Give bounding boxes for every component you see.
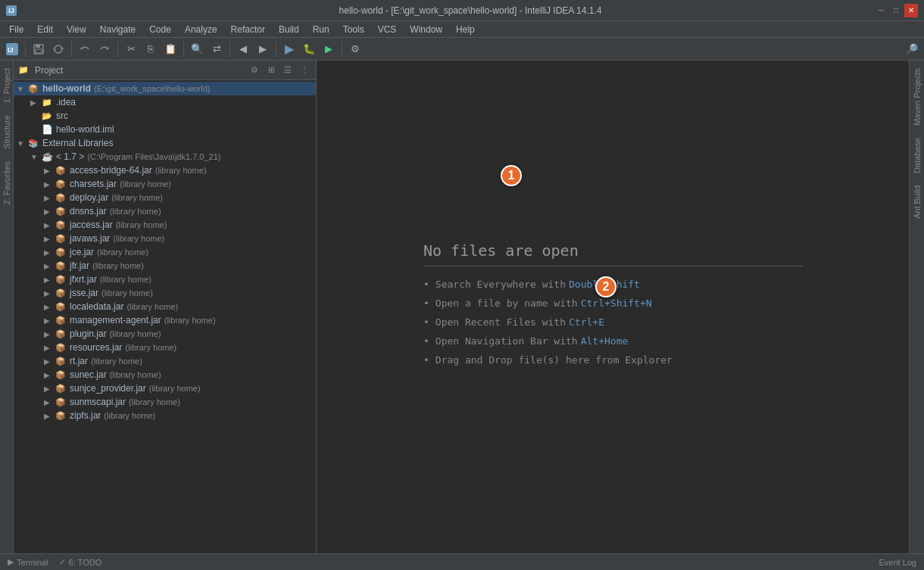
toolbar-redo-button[interactable] bbox=[95, 40, 114, 58]
sidebar-gear-icon[interactable]: ⚙ bbox=[248, 64, 261, 77]
tree-jar-item[interactable]: ▶📦access-bridge-64.jar(library home) bbox=[14, 164, 316, 177]
tree-jar-item[interactable]: ▶📦localedata.jar(library home) bbox=[14, 300, 316, 313]
toolbar-undo-button[interactable] bbox=[76, 40, 94, 58]
maximize-button[interactable]: □ bbox=[889, 4, 903, 17]
toolbar-settings-button[interactable]: ⚙ bbox=[346, 40, 364, 58]
annotation-badge-1: 1 bbox=[501, 165, 522, 186]
tree-src-item[interactable]: 📂 src bbox=[14, 109, 316, 123]
minimize-button[interactable]: ─ bbox=[874, 4, 888, 17]
toolbar-back-button[interactable]: ◀ bbox=[234, 40, 252, 58]
todo-button[interactable]: ✓ 6: TODO bbox=[56, 556, 105, 568]
toolbar: IJ ✂ ⎘ 📋 🔍 ⇄ ◀ ▶ ▶ 🐛 ▶ ⚙ 🔎 bbox=[0, 38, 924, 61]
tree-root-arrow: ▼ bbox=[17, 85, 27, 93]
panel-favorites[interactable]: 2: Favorites bbox=[0, 155, 14, 210]
tree-jar-info: (library home) bbox=[111, 193, 163, 202]
toolbar-cut-button[interactable]: ✂ bbox=[122, 40, 140, 58]
tree-root-label: hello-world bbox=[42, 83, 91, 94]
tree-jar-arrow: ▶ bbox=[44, 235, 55, 243]
close-button[interactable]: ✕ bbox=[904, 4, 918, 17]
menu-tools[interactable]: Tools bbox=[337, 23, 370, 36]
tree-jar-arrow: ▶ bbox=[44, 344, 55, 352]
toolbar-synchronize-button[interactable] bbox=[49, 40, 67, 58]
menu-file[interactable]: File bbox=[3, 23, 30, 36]
tree-jar-item[interactable]: ▶📦sunmscapi.jar(library home) bbox=[14, 395, 316, 409]
panel-project[interactable]: 1: Project bbox=[0, 62, 14, 109]
tree-jar-arrow: ▶ bbox=[44, 248, 55, 257]
sidebar-tree[interactable]: ▼ 📦 hello-world (E:\git_work_space\hello… bbox=[14, 80, 316, 553]
menu-analyze[interactable]: Analyze bbox=[179, 23, 223, 36]
event-log-button[interactable]: Event Log bbox=[876, 556, 919, 568]
toolbar-replace-button[interactable]: ⇄ bbox=[208, 40, 226, 58]
toolbar-search-everywhere-button[interactable]: 🔎 bbox=[903, 40, 921, 58]
toolbar-forward-button[interactable]: ▶ bbox=[254, 40, 272, 58]
menu-navigate[interactable]: Navigate bbox=[94, 23, 142, 36]
menu-edit[interactable]: Edit bbox=[31, 23, 59, 36]
toolbar-build-button[interactable]: ▶ bbox=[280, 40, 298, 58]
hint-drag-drop-text: Drag and Drop file(s) here from Explorer bbox=[435, 354, 673, 366]
tree-iml-item[interactable]: 📄 hello-world.iml bbox=[14, 123, 316, 136]
tree-jar-info: (library home) bbox=[120, 179, 171, 188]
menu-refactor[interactable]: Refactor bbox=[225, 23, 271, 36]
tree-jar-item[interactable]: ▶📦resources.jar(library home) bbox=[14, 341, 316, 354]
hint-ctrl-e-key: Ctrl+E bbox=[569, 316, 604, 328]
panel-structure[interactable]: Structure bbox=[0, 109, 14, 155]
tree-jar-item[interactable]: ▶📦rt.jar(library home) bbox=[14, 354, 316, 368]
tree-idea-label: .idea bbox=[56, 97, 76, 107]
menu-help[interactable]: Help bbox=[450, 23, 481, 36]
panel-ant[interactable]: Ant Build bbox=[910, 179, 924, 225]
menu-view[interactable]: View bbox=[61, 23, 92, 36]
tree-extlib-item[interactable]: ▼ 📚 External Libraries bbox=[14, 136, 316, 150]
tree-extlib-label: External Libraries bbox=[42, 138, 113, 148]
sidebar-settings-icon[interactable]: ☰ bbox=[281, 64, 295, 77]
toolbar-debug-button[interactable]: 🐛 bbox=[300, 40, 318, 58]
tree-jar-label: jaccess.jar bbox=[70, 220, 113, 230]
tree-jar-label: access-bridge-64.jar bbox=[70, 165, 152, 176]
toolbar-find-button[interactable]: 🔍 bbox=[188, 40, 206, 58]
tree-jar-label: sunjce_provider.jar bbox=[70, 383, 146, 394]
toolbar-intellij-icon[interactable]: IJ bbox=[3, 40, 21, 58]
hint-bullet-3: • bbox=[423, 316, 429, 328]
panel-maven[interactable]: Maven Projects bbox=[910, 62, 924, 132]
terminal-icon: ▶ bbox=[8, 557, 14, 567]
tree-jar-item[interactable]: ▶📦sunec.jar(library home) bbox=[14, 368, 316, 382]
todo-icon: ✓ bbox=[59, 557, 66, 567]
sidebar-expand-icon[interactable]: ⊞ bbox=[264, 64, 278, 77]
tree-jar-item[interactable]: ▶📦deploy.jar(library home) bbox=[14, 191, 316, 204]
tree-jar-item[interactable]: ▶📦dnsns.jar(library home) bbox=[14, 204, 316, 218]
tree-jar-item[interactable]: ▶📦management-agent.jar(library home) bbox=[14, 313, 316, 327]
tree-idea-item[interactable]: ▶ 📁 .idea bbox=[14, 95, 316, 109]
tree-jar-item[interactable]: ▶📦jsse.jar(library home) bbox=[14, 286, 316, 300]
tree-jar-label: sunmscapi.jar bbox=[70, 397, 126, 407]
window-controls[interactable]: ─ □ ✕ bbox=[874, 4, 918, 17]
menu-window[interactable]: Window bbox=[404, 23, 448, 36]
tree-jar-item[interactable]: ▶📦sunjce_provider.jar(library home) bbox=[14, 382, 316, 395]
menu-build[interactable]: Build bbox=[273, 23, 305, 36]
tree-jar-item[interactable]: ▶📦jaccess.jar(library home) bbox=[14, 218, 316, 232]
tree-jar-info: (library home) bbox=[116, 220, 167, 229]
panel-database[interactable]: Database bbox=[910, 132, 924, 179]
toolbar-run-button[interactable]: ▶ bbox=[320, 40, 338, 58]
sidebar-options-icon[interactable]: ⋮ bbox=[298, 64, 311, 77]
tree-jdk-item[interactable]: ▼ ☕ < 1.7 > (C:\Program Files\Java\jdk1.… bbox=[14, 150, 316, 164]
tree-jar-item[interactable]: ▶📦charsets.jar(library home) bbox=[14, 177, 316, 191]
tree-jar-item[interactable]: ▶📦javaws.jar(library home) bbox=[14, 232, 316, 245]
tree-jar-item[interactable]: ▶📦jfxrt.jar(library home) bbox=[14, 273, 316, 286]
menu-vcs[interactable]: VCS bbox=[372, 23, 403, 36]
tree-jar-label: jce.jar bbox=[70, 247, 94, 257]
toolbar-save-all-button[interactable] bbox=[30, 40, 48, 58]
menu-code[interactable]: Code bbox=[143, 23, 177, 36]
tree-jar-item[interactable]: ▶📦jfr.jar(library home) bbox=[14, 259, 316, 273]
menu-run[interactable]: Run bbox=[307, 23, 336, 36]
tree-jar-item[interactable]: ▶📦jce.jar(library home) bbox=[14, 245, 316, 259]
terminal-button[interactable]: ▶ Terminal bbox=[5, 556, 52, 568]
tree-root-item[interactable]: ▼ 📦 hello-world (E:\git_work_space\hello… bbox=[14, 82, 316, 95]
main-layout: 1: Project Structure 2: Favorites 📁 Proj… bbox=[0, 61, 924, 553]
tree-jar-item[interactable]: ▶📦plugin.jar(library home) bbox=[14, 327, 316, 341]
toolbar-copy-button[interactable]: ⎘ bbox=[142, 40, 160, 58]
toolbar-paste-button[interactable]: 📋 bbox=[161, 40, 179, 58]
tree-jar-arrow: ▶ bbox=[44, 167, 55, 175]
tree-jar-arrow: ▶ bbox=[44, 289, 55, 297]
tree-jar-item[interactable]: ▶📦zipfs.jar(library home) bbox=[14, 409, 316, 422]
tree-jar-info: (library home) bbox=[101, 288, 153, 297]
toolbar-separator-4 bbox=[183, 42, 184, 57]
